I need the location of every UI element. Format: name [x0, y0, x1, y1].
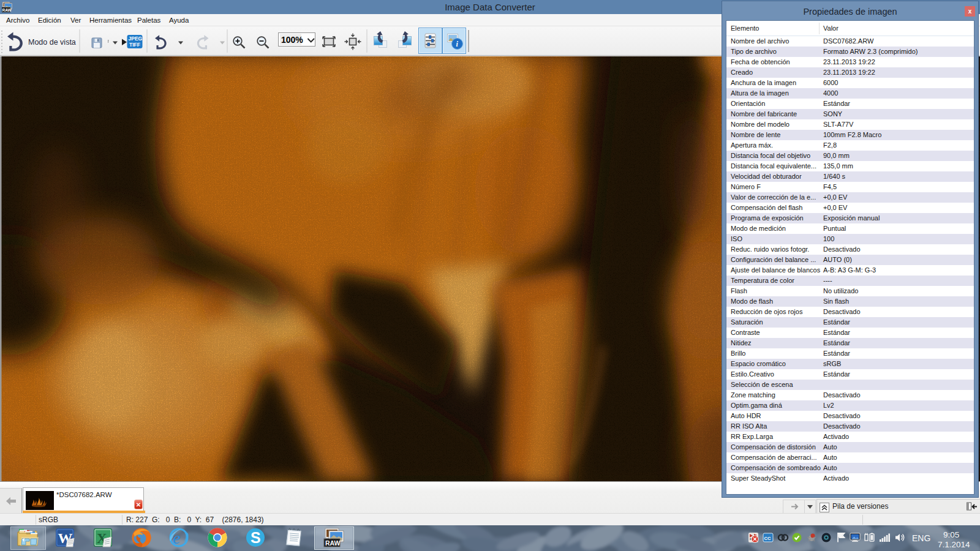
svg-text:Modo de vista: Modo de vista: [28, 38, 76, 47]
svg-text:9:05: 9:05: [943, 530, 959, 539]
svg-text:JPEG: JPEG: [129, 36, 143, 42]
svg-text:CC: CC: [764, 536, 771, 541]
svg-text:TIFF: TIFF: [129, 42, 140, 48]
svg-text:7.1.2014: 7.1.2014: [938, 540, 970, 549]
svg-text:RAW: RAW: [325, 539, 341, 547]
svg-text:S: S: [251, 529, 261, 546]
svg-text:RAW: RAW: [2, 8, 12, 12]
svg-text:100%: 100%: [281, 35, 303, 45]
svg-text:ENG: ENG: [912, 533, 930, 543]
